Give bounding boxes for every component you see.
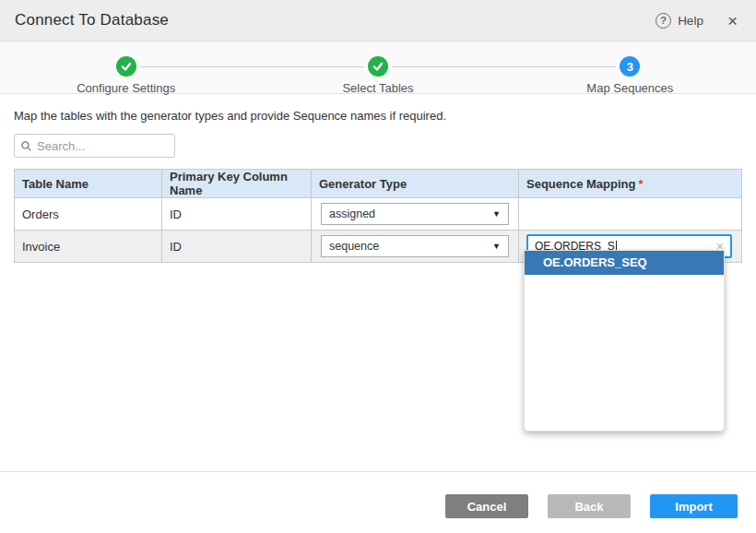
step-label: Configure Settings [77, 81, 175, 95]
wizard-stepper: Configure Settings Select Tables 3 Map S… [0, 41, 756, 94]
cell-sequence-mapping[interactable] [519, 198, 742, 231]
selected-value: assigned [329, 207, 492, 220]
col-sequence-mapping: Sequence Mapping* [519, 170, 742, 198]
col-sequence-mapping-label: Sequence Mapping [526, 177, 635, 191]
chevron-down-icon: ▼ [492, 242, 501, 251]
sequence-mapping-table: Table Name Primary Key Column Name Gener… [14, 169, 742, 263]
autocomplete-option[interactable]: OE.ORDERS_SEQ [525, 251, 724, 275]
sequence-autocomplete-dropdown: OE.ORDERS_SEQ [524, 250, 725, 432]
step-select-tables[interactable]: Select Tables [252, 49, 503, 95]
step-configure-settings[interactable]: Configure Settings [0, 49, 252, 95]
table-row: Orders ID assigned ▼ [15, 198, 742, 231]
dialog-title: Connect To Database [15, 11, 169, 30]
cell-pk-column: ID [162, 198, 312, 231]
content-area: Map the tables with the generator types … [0, 94, 756, 263]
cell-pk-column: ID [162, 231, 312, 263]
cell-generator-type: sequence ▼ [312, 231, 519, 263]
table-header-row: Table Name Primary Key Column Name Gener… [15, 170, 742, 198]
instruction-text: Map the tables with the generator types … [14, 109, 742, 123]
dialog-titlebar: Connect To Database ? Help × [0, 0, 756, 41]
import-button[interactable]: Import [650, 494, 738, 518]
back-button[interactable]: Back [548, 494, 631, 518]
required-asterisk: * [638, 177, 643, 191]
check-icon [368, 56, 388, 77]
step-map-sequences[interactable]: 3 Map Sequences [504, 49, 756, 95]
generator-type-select[interactable]: assigned ▼ [321, 203, 509, 225]
search-input[interactable] [37, 139, 169, 153]
help-button[interactable]: ? Help [656, 13, 703, 29]
col-pk-column: Primary Key Column Name [162, 170, 312, 198]
cell-generator-type: assigned ▼ [312, 198, 519, 231]
cell-table-name: Invoice [15, 231, 162, 263]
search-icon [20, 140, 32, 152]
cell-table-name: Orders [15, 198, 162, 231]
step-label: Map Sequences [586, 81, 673, 95]
help-label: Help [678, 14, 703, 28]
step-label: Select Tables [342, 81, 413, 95]
col-generator-type: Generator Type [312, 170, 519, 198]
help-icon: ? [656, 13, 671, 29]
step-number-badge: 3 [620, 56, 640, 77]
col-table-name: Table Name [15, 170, 162, 198]
chevron-down-icon: ▼ [492, 209, 501, 219]
cancel-button[interactable]: Cancel [445, 494, 528, 518]
generator-type-select[interactable]: sequence ▼ [321, 235, 509, 257]
dialog-footer: Cancel Back Import [0, 471, 756, 533]
close-icon[interactable]: × [727, 12, 738, 30]
selected-value: sequence [329, 240, 492, 253]
check-icon [116, 56, 136, 77]
search-box[interactable] [14, 134, 175, 158]
